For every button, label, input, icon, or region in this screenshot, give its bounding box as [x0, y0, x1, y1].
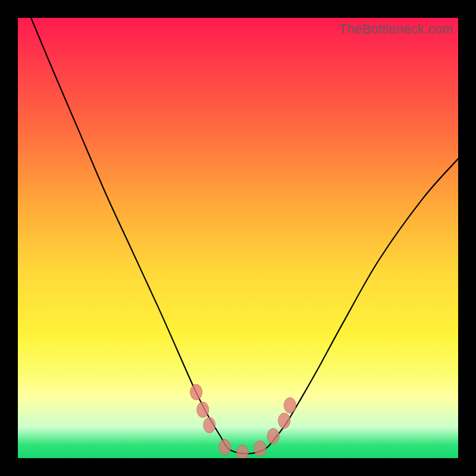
bottleneck-curve	[31, 18, 458, 454]
marker-group	[190, 384, 296, 458]
marker-point	[203, 418, 215, 433]
marker-point	[236, 445, 248, 458]
marker-point	[219, 440, 231, 455]
marker-point	[284, 397, 296, 413]
chart-overlay	[18, 18, 458, 458]
marker-point	[267, 428, 279, 444]
marker-point	[197, 402, 209, 418]
marker-point	[254, 441, 266, 456]
plot-area: TheBottleneck.com	[18, 18, 458, 458]
marker-point	[278, 413, 290, 428]
marker-point	[190, 384, 202, 400]
chart-frame: TheBottleneck.com	[0, 0, 476, 476]
